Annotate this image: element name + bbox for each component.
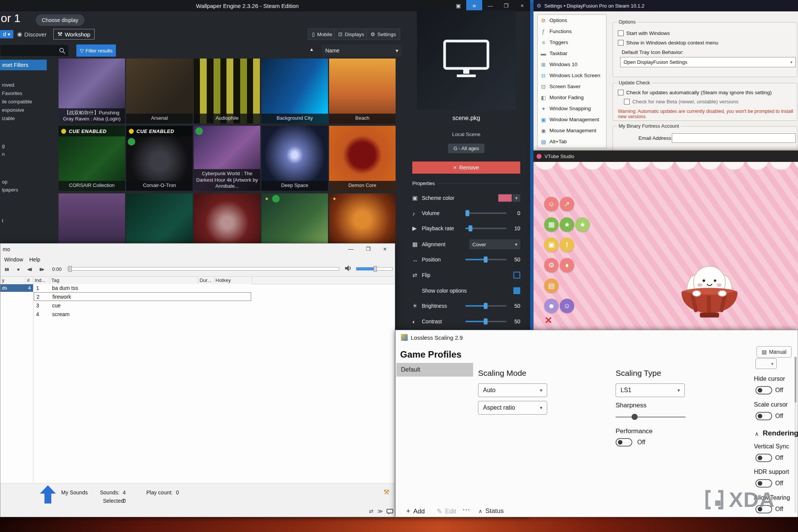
- manual-button[interactable]: ▤ Manual: [757, 346, 792, 358]
- start-with-windows-checkbox[interactable]: [618, 30, 624, 36]
- filter-option[interactable]: g: [2, 143, 5, 149]
- seek-slider[interactable]: [67, 267, 339, 271]
- fast-forward-icon[interactable]: ≫: [377, 508, 383, 514]
- col-category-partial[interactable]: y: [0, 277, 25, 285]
- sort-dropdown[interactable]: Name ▾: [321, 44, 402, 57]
- close-button[interactable]: ×: [514, 0, 530, 11]
- maximize-button[interactable]: ❐: [360, 246, 377, 252]
- df-nav-triggers[interactable]: ≡Triggers: [538, 37, 606, 48]
- search-input[interactable]: [0, 44, 69, 57]
- edit-profile-button[interactable]: ✎ Edit: [437, 507, 456, 515]
- chat-icon[interactable]: [386, 509, 393, 515]
- tab-installed-partial[interactable]: d ▾: [0, 30, 13, 38]
- filter-option[interactable]: t: [2, 218, 3, 223]
- reset-filters-button[interactable]: eset Filters: [0, 60, 47, 70]
- col-count[interactable]: #: [25, 277, 33, 285]
- sound-row-selected[interactable]: 2 firework: [34, 292, 251, 301]
- performance-toggle[interactable]: [616, 438, 632, 446]
- filter-option[interactable]: esponsive: [2, 107, 24, 113]
- maximize-button[interactable]: ❐: [498, 0, 514, 11]
- menu-help[interactable]: Help: [29, 256, 40, 263]
- volume-slider[interactable]: [466, 212, 507, 214]
- scheme-color-caret[interactable]: ▾: [513, 194, 520, 202]
- position-slider[interactable]: [466, 259, 507, 260]
- filter-option[interactable]: ile compatible: [2, 99, 32, 104]
- df-nav-window-snapping[interactable]: +Window Snapping: [538, 103, 606, 114]
- assign-display-icon[interactable]: ▣: [450, 0, 466, 11]
- cut-dropdown[interactable]: ▾: [755, 358, 777, 369]
- stop-button[interactable]: ■: [13, 265, 23, 273]
- status-button[interactable]: ∧ Status: [478, 507, 504, 515]
- sharpness-thumb[interactable]: [632, 414, 638, 420]
- alignment-dropdown[interactable]: Cover ▾: [469, 239, 520, 249]
- wallpaper-tile[interactable]: Beach: [329, 59, 396, 124]
- brightness-slider[interactable]: [466, 305, 507, 307]
- wallpaper-tile[interactable]: CUE ENABLED CORSAIR Collection: [59, 126, 125, 191]
- show-color-options-checkbox[interactable]: [513, 287, 520, 294]
- share-icon[interactable]: ↗: [560, 197, 574, 211]
- df-nav-window-management[interactable]: ▣Window Management: [538, 114, 606, 125]
- minimize-button[interactable]: —: [482, 0, 498, 11]
- overlay-button[interactable]: »: [466, 0, 482, 11]
- tab-discover[interactable]: ◉ Discover: [17, 31, 46, 38]
- loop-icon[interactable]: ⇄: [369, 508, 374, 514]
- background-icon[interactable]: ▦: [544, 217, 559, 232]
- pause-button[interactable]: ▮▮: [2, 265, 12, 273]
- wallpaper-tile[interactable]: Demon Core: [329, 126, 396, 191]
- filter-option[interactable]: izable: [2, 116, 15, 121]
- flip-checkbox[interactable]: [513, 272, 520, 279]
- df-nav-options[interactable]: ⚙Options: [538, 15, 606, 26]
- check-updates-checkbox[interactable]: [618, 90, 624, 95]
- contrast-slider[interactable]: [466, 321, 507, 322]
- col-duration[interactable]: Dur...: [198, 277, 214, 285]
- favorite-icon[interactable]: ★: [560, 217, 574, 232]
- col-tag[interactable]: Tag: [50, 277, 198, 285]
- menu-window[interactable]: Window: [4, 256, 23, 263]
- color-icon[interactable]: ♦: [560, 258, 574, 272]
- filter-results-button[interactable]: ▽ Filter results: [76, 44, 116, 57]
- volume-thumb[interactable]: [374, 266, 377, 272]
- settings-button[interactable]: ⚙Settings: [366, 28, 400, 40]
- col-hotkey[interactable]: Hotkey: [214, 277, 252, 285]
- playback-rate-slider[interactable]: [466, 228, 507, 229]
- hdr-toggle[interactable]: [755, 479, 772, 488]
- scheme-color-swatch[interactable]: [498, 194, 512, 202]
- scale-cursor-toggle[interactable]: [755, 412, 772, 420]
- wallpaper-tile[interactable]: CUE ENABLED Corsair-O-Tron: [126, 126, 193, 191]
- community-icon[interactable]: ☺: [560, 299, 574, 313]
- minimize-button[interactable]: —: [342, 246, 359, 252]
- df-nav-functions[interactable]: ƒFunctions: [538, 26, 606, 37]
- collapse-sort-icon[interactable]: ▲: [309, 47, 314, 52]
- df-nav-monitor-fading[interactable]: ◧Monitor Fading: [538, 92, 606, 103]
- filter-option[interactable]: Favorites: [2, 90, 22, 96]
- sharpness-slider[interactable]: [616, 416, 686, 418]
- df-nav-screen-saver[interactable]: ⊡Screen Saver: [538, 81, 606, 92]
- hide-cursor-toggle[interactable]: [755, 386, 772, 394]
- profile-icon[interactable]: ☺: [544, 197, 559, 211]
- col-index[interactable]: Ind...: [33, 277, 50, 285]
- filter-option[interactable]: lpapers: [2, 187, 18, 193]
- df-nav-taskbar[interactable]: ▬Taskbar: [538, 48, 606, 59]
- check-beta-checkbox[interactable]: [624, 99, 630, 104]
- alert-icon[interactable]: !: [560, 238, 574, 252]
- wallpaper-tile[interactable]: Deep Space: [261, 126, 328, 191]
- volume-slider[interactable]: [356, 267, 393, 271]
- scrollbar-thumb[interactable]: [795, 357, 796, 402]
- df-nav-alt-tab[interactable]: ▤Alt+Tab: [538, 136, 606, 147]
- wallpaper-tile[interactable]: 【战双帕弥什】Punshing Gray Raven : Alisa (Logi…: [59, 59, 125, 124]
- scaling-mode-dropdown[interactable]: Auto▾: [478, 383, 547, 397]
- next-button[interactable]: ▮▶: [37, 265, 47, 273]
- df-nav-lock-screen[interactable]: ⊟Windows Lock Screen: [538, 70, 606, 81]
- add-profile-button[interactable]: + Add: [406, 507, 425, 515]
- more-options-icon[interactable]: ⋯: [462, 505, 470, 514]
- displays-button[interactable]: ⊡Displays: [334, 28, 368, 40]
- previous-button[interactable]: ◀▮: [25, 265, 35, 273]
- aspect-ratio-dropdown[interactable]: Aspect ratio▾: [478, 401, 547, 415]
- seek-thumb[interactable]: [68, 266, 72, 272]
- close-button[interactable]: ×: [377, 246, 393, 253]
- df-nav-mouse-management[interactable]: ◉Mouse Management: [538, 125, 606, 136]
- settings-icon[interactable]: ⚙: [544, 258, 559, 272]
- sound-row[interactable]: 4 scream: [0, 310, 251, 318]
- email-input[interactable]: [672, 133, 796, 143]
- wrench-icon[interactable]: ⚒: [383, 488, 390, 496]
